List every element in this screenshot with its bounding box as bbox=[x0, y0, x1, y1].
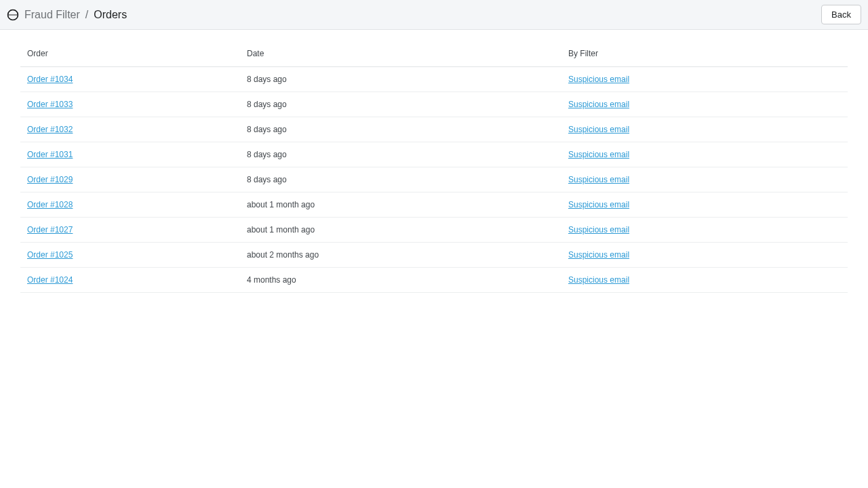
cell-order: Order #1024 bbox=[20, 268, 240, 293]
order-link[interactable]: Order #1034 bbox=[27, 75, 73, 84]
cell-date: 8 days ago bbox=[240, 167, 561, 192]
filter-link[interactable]: Suspicious email bbox=[568, 275, 629, 285]
order-link[interactable]: Order #1032 bbox=[27, 125, 73, 134]
cell-order: Order #1034 bbox=[20, 67, 240, 92]
table-row: Order #1027about 1 month agoSuspicious e… bbox=[20, 218, 848, 243]
cell-filter: Suspicious email bbox=[561, 268, 848, 293]
cell-filter: Suspicious email bbox=[561, 167, 848, 192]
app-logo-icon bbox=[7, 9, 19, 21]
table-header-row: Order Date By Filter bbox=[20, 41, 848, 67]
table-row: Order #10298 days agoSuspicious email bbox=[20, 167, 848, 192]
orders-table: Order Date By Filter Order #10348 days a… bbox=[20, 41, 848, 293]
table-row: Order #10318 days agoSuspicious email bbox=[20, 142, 848, 167]
cell-order: Order #1029 bbox=[20, 167, 240, 192]
filter-link[interactable]: Suspicious email bbox=[568, 125, 629, 134]
cell-filter: Suspicious email bbox=[561, 92, 848, 117]
cell-filter: Suspicious email bbox=[561, 192, 848, 218]
cell-order: Order #1027 bbox=[20, 218, 240, 243]
order-link[interactable]: Order #1033 bbox=[27, 100, 73, 109]
cell-order: Order #1028 bbox=[20, 192, 240, 218]
table-row: Order #10348 days agoSuspicious email bbox=[20, 67, 848, 92]
table-row: Order #10328 days agoSuspicious email bbox=[20, 117, 848, 142]
breadcrumb-separator: / bbox=[85, 9, 88, 21]
cell-filter: Suspicious email bbox=[561, 243, 848, 268]
cell-date: 8 days ago bbox=[240, 67, 561, 92]
cell-order: Order #1032 bbox=[20, 117, 240, 142]
order-link[interactable]: Order #1031 bbox=[27, 150, 73, 159]
cell-date: about 1 month ago bbox=[240, 218, 561, 243]
table-row: Order #10338 days agoSuspicious email bbox=[20, 92, 848, 117]
breadcrumb: Fraud Filter / Orders bbox=[7, 9, 127, 21]
cell-order: Order #1025 bbox=[20, 243, 240, 268]
filter-link[interactable]: Suspicious email bbox=[568, 100, 629, 109]
filter-link[interactable]: Suspicious email bbox=[568, 150, 629, 159]
filter-link[interactable]: Suspicious email bbox=[568, 250, 629, 260]
filter-link[interactable]: Suspicious email bbox=[568, 75, 629, 84]
cell-date: 8 days ago bbox=[240, 142, 561, 167]
cell-filter: Suspicious email bbox=[561, 67, 848, 92]
order-link[interactable]: Order #1025 bbox=[27, 250, 73, 260]
cell-date: about 1 month ago bbox=[240, 192, 561, 218]
table-row: Order #1025about 2 months agoSuspicious … bbox=[20, 243, 848, 268]
breadcrumb-app[interactable]: Fraud Filter bbox=[24, 9, 80, 21]
order-link[interactable]: Order #1029 bbox=[27, 175, 73, 184]
order-link[interactable]: Order #1028 bbox=[27, 200, 73, 209]
page-header: Fraud Filter / Orders Back bbox=[0, 0, 868, 30]
cell-order: Order #1031 bbox=[20, 142, 240, 167]
back-button[interactable]: Back bbox=[821, 5, 861, 24]
cell-date: 8 days ago bbox=[240, 117, 561, 142]
filter-link[interactable]: Suspicious email bbox=[568, 225, 629, 235]
content-area: Order Date By Filter Order #10348 days a… bbox=[0, 30, 868, 293]
breadcrumb-current: Orders bbox=[94, 9, 127, 21]
order-link[interactable]: Order #1024 bbox=[27, 275, 73, 285]
cell-filter: Suspicious email bbox=[561, 218, 848, 243]
table-row: Order #10244 months agoSuspicious email bbox=[20, 268, 848, 293]
col-header-order: Order bbox=[20, 41, 240, 67]
col-header-date: Date bbox=[240, 41, 561, 67]
cell-filter: Suspicious email bbox=[561, 117, 848, 142]
cell-filter: Suspicious email bbox=[561, 142, 848, 167]
filter-link[interactable]: Suspicious email bbox=[568, 200, 629, 209]
cell-date: about 2 months ago bbox=[240, 243, 561, 268]
cell-date: 4 months ago bbox=[240, 268, 561, 293]
filter-link[interactable]: Suspicious email bbox=[568, 175, 629, 184]
order-link[interactable]: Order #1027 bbox=[27, 225, 73, 235]
table-row: Order #1028about 1 month agoSuspicious e… bbox=[20, 192, 848, 218]
cell-date: 8 days ago bbox=[240, 92, 561, 117]
cell-order: Order #1033 bbox=[20, 92, 240, 117]
col-header-filter: By Filter bbox=[561, 41, 848, 67]
